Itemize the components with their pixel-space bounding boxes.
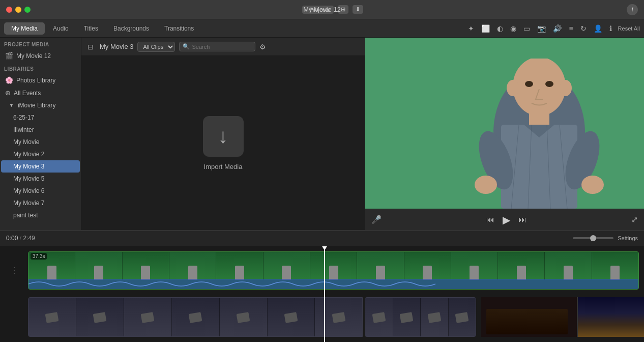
- total-time: 2:49: [23, 235, 35, 242]
- import-label[interactable]: Import Media: [204, 163, 243, 170]
- playback-center: ⏮ ▶ ⏭: [486, 214, 526, 226]
- avatar-icon[interactable]: 👤: [593, 23, 603, 34]
- thumb-5: [216, 252, 263, 280]
- playback-left: 🎤: [371, 215, 382, 224]
- project-movie-label: My Movie 12: [16, 52, 51, 60]
- timeline-settings-button[interactable]: Settings: [618, 235, 638, 241]
- playback-controls: 🎤 ⏮ ▶ ⏭ ⤢: [365, 209, 644, 230]
- time-display: 0:00 / 2:49: [6, 235, 35, 242]
- tab-transitions[interactable]: Transitions: [157, 22, 201, 35]
- sidebar-item-my-movie-7[interactable]: My Movie 7: [1, 197, 80, 209]
- audio-waveform-strip: [28, 279, 638, 289]
- main-video-track: 37.3s // Thumbnails inline: [28, 251, 639, 290]
- timeline-right-toolbar: Settings: [573, 235, 638, 241]
- sidebar-item-my-movie-2[interactable]: My Movie 2: [1, 148, 80, 160]
- info2-icon[interactable]: ℹ: [608, 23, 613, 34]
- zoom-thumb: [590, 235, 596, 241]
- tab-audio[interactable]: Audio: [46, 22, 76, 35]
- magic-wand-icon[interactable]: ✦: [467, 23, 475, 34]
- thumb-2: [75, 252, 122, 280]
- tab-titles[interactable]: Titles: [77, 22, 105, 35]
- photos-icon: 🌸: [5, 76, 13, 84]
- tab-backgrounds[interactable]: Backgrounds: [106, 22, 156, 35]
- thumb-6: [264, 252, 310, 280]
- skip-back-button[interactable]: ⏮: [486, 215, 494, 224]
- thumb-4: [169, 252, 216, 280]
- tabbar: My Media Audio Titles Backgrounds Transi…: [0, 19, 644, 38]
- fullscreen-button[interactable]: ⤢: [631, 215, 638, 224]
- thumbnail-row: // Thumbnails inline: [28, 252, 638, 280]
- sidebar-item-my-movie-6[interactable]: My Movie 6: [1, 185, 80, 197]
- import-down-arrow-icon: ↓: [218, 125, 228, 148]
- download-button[interactable]: ⬇: [353, 5, 363, 14]
- dark-thumb-7: [315, 298, 362, 337]
- content-movie-label: My Movie 3: [100, 43, 133, 50]
- sidebar-item-my-movie-3[interactable]: My Movie 3: [1, 160, 80, 173]
- video-preview: [365, 38, 644, 209]
- skip-forward-button[interactable]: ⏭: [518, 215, 526, 224]
- info-button[interactable]: i: [627, 4, 638, 15]
- speed-icon[interactable]: ↻: [579, 23, 588, 34]
- import-icon-box[interactable]: ↓: [203, 116, 244, 157]
- current-time: 0:00: [6, 235, 18, 242]
- volume-icon[interactable]: 🔊: [552, 23, 563, 34]
- titlebar-right: i: [627, 4, 638, 15]
- thumb-7: [310, 252, 357, 280]
- thumb-11: [498, 252, 545, 280]
- sidebar-item-photos-library[interactable]: 🌸 Photos Library: [1, 74, 80, 87]
- search-input[interactable]: [192, 44, 252, 50]
- traffic-lights: [6, 7, 31, 13]
- svg-point-6: [475, 176, 497, 194]
- microphone-button[interactable]: 🎤: [371, 215, 382, 224]
- equalizer-icon[interactable]: ≡: [568, 23, 574, 34]
- search-box: 🔍: [179, 42, 255, 51]
- clips-selector[interactable]: All Clips: [137, 42, 175, 52]
- app-container: ‹ Projects ⊞ ⬇ My Movie 12 i My Media Au…: [0, 0, 644, 342]
- zoom-button[interactable]: [24, 7, 31, 13]
- import-area: ↓ Import Media: [81, 56, 365, 230]
- dark-thumb-5: [220, 298, 268, 337]
- sidebar-item-my-movie-12[interactable]: 🎬 My Movie 12: [1, 49, 80, 62]
- sidebar-item-illwinter[interactable]: Illwinter: [1, 124, 80, 136]
- sidebar-item-paint-test[interactable]: paint test: [1, 209, 80, 221]
- dark-thumb-r4: [449, 298, 476, 337]
- dark-thumb-3: [124, 298, 172, 337]
- thumb-3: [123, 252, 169, 280]
- thumb-13: [592, 252, 638, 280]
- svg-rect-10: [529, 109, 549, 125]
- main-content: PROJECT MEDIA 🎬 My Movie 12 LIBRARIES 🌸 …: [0, 38, 644, 230]
- close-button[interactable]: [6, 7, 12, 13]
- dark-thumb-r2: [393, 298, 421, 337]
- sidebar-item-all-events[interactable]: ⊕ All Events: [1, 87, 80, 99]
- zoom-slider[interactable]: [573, 237, 613, 239]
- color-icon[interactable]: ◐: [496, 23, 504, 34]
- color-wheel-icon[interactable]: ◉: [509, 23, 517, 34]
- sidebar-item-imovie-library[interactable]: ▼ iMovie Library: [1, 99, 80, 111]
- dark-thumb-4: [172, 298, 220, 337]
- person-in-video: [453, 59, 626, 209]
- settings-gear-button[interactable]: ⚙: [259, 43, 266, 51]
- imovie-library-label: iMovie Library: [18, 102, 56, 109]
- timeline-section: 0:00 / 2:49 Settings 37.3s // Thumbnails…: [0, 230, 644, 342]
- playhead-head: [321, 246, 328, 250]
- libraries-label: LIBRARIES: [0, 62, 81, 74]
- sidebar-item-my-movie[interactable]: My Movie: [1, 136, 80, 148]
- content-toolbar: ⊟ My Movie 3 All Clips 🔍 ⚙: [81, 38, 365, 56]
- toggle-sidebar-button[interactable]: ⊟: [85, 42, 96, 52]
- camera-icon[interactable]: 📷: [536, 23, 547, 34]
- waveform-svg: [28, 279, 638, 289]
- play-button[interactable]: ▶: [503, 214, 510, 226]
- crop-icon[interactable]: ⬜: [480, 23, 491, 34]
- plus-circle-icon: ⊕: [5, 89, 11, 97]
- frame-icon[interactable]: ▭: [522, 23, 531, 34]
- dark-thumb-2: [76, 298, 124, 337]
- svg-point-9: [560, 80, 572, 96]
- all-events-label: All Events: [14, 90, 41, 97]
- dark-thumb-1: [28, 298, 76, 337]
- sidebar-item-6-25-17[interactable]: 6-25-17: [1, 111, 80, 124]
- minimize-button[interactable]: [15, 7, 21, 13]
- dark-thumb-r3: [421, 298, 448, 337]
- tab-my-media[interactable]: My Media: [4, 22, 45, 35]
- reset-all-button[interactable]: Reset All: [618, 25, 640, 32]
- sidebar-item-my-movie-5[interactable]: My Movie 5: [1, 173, 80, 185]
